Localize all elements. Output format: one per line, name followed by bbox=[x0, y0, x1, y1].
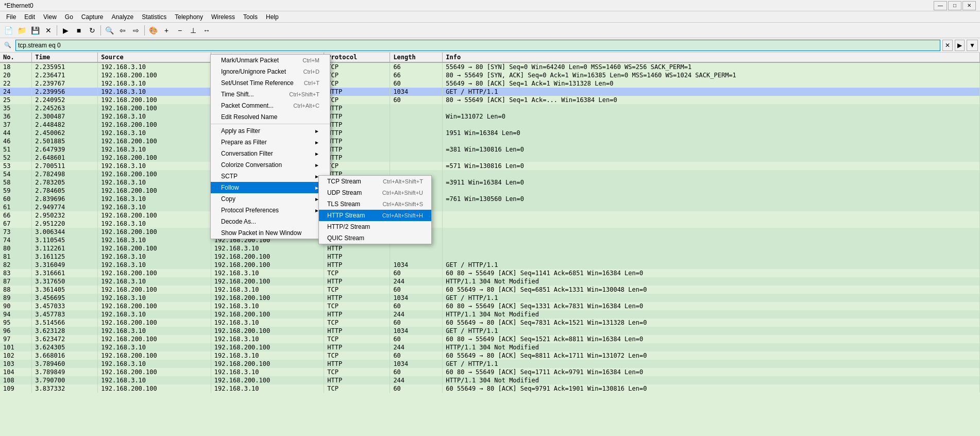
ctx-ignore[interactable]: Ignore/Unignore Packet Ctrl+D bbox=[211, 66, 330, 77]
menu-go[interactable]: Go bbox=[61, 12, 77, 22]
table-row[interactable]: 602.839696192.168.3.10192.168.200.100HTT… bbox=[0, 195, 980, 203]
ctx-show-packet[interactable]: Show Packet in New Window bbox=[211, 227, 330, 239]
search-button[interactable]: 🔍 bbox=[103, 24, 115, 37]
table-row[interactable]: 522.648601192.168.200.100192.168.3.10HTT… bbox=[0, 154, 980, 162]
save-button[interactable]: 💾 bbox=[29, 24, 41, 37]
table-row[interactable]: 733.006344192.168.200.100192.168.3.10HTT… bbox=[0, 228, 980, 236]
table-row[interactable]: 242.239956192.168.3.10192.168.200.100HTT… bbox=[0, 88, 980, 96]
minimize-button[interactable]: — bbox=[934, 1, 947, 10]
table-row[interactable]: 592.784605192.168.200.100192.168.3.10HTT… bbox=[0, 187, 980, 195]
ctx-sctp[interactable]: SCTP ► bbox=[211, 171, 330, 182]
table-row[interactable]: 1083.790700192.168.3.10192.168.200.100HT… bbox=[0, 376, 980, 384]
table-row[interactable]: 672.951220192.168.3.10192.168.200.100TCP bbox=[0, 220, 980, 228]
table-row[interactable]: 532.700511192.168.3.10192.168.200.100TCP… bbox=[0, 162, 980, 170]
table-row[interactable]: 953.514566192.168.200.100192.168.3.10TCP… bbox=[0, 318, 980, 327]
open-button[interactable]: 📁 bbox=[15, 24, 28, 37]
table-row[interactable]: 893.456695192.168.3.10192.168.200.100HTT… bbox=[0, 294, 980, 302]
menu-wireless[interactable]: Wireless bbox=[207, 12, 239, 22]
new-capture-button[interactable]: 📄 bbox=[2, 24, 14, 37]
col-no[interactable]: No. bbox=[0, 53, 32, 62]
sub-tcp-stream[interactable]: TCP Stream Ctrl+Alt+Shift+T bbox=[319, 176, 431, 187]
ctx-packet-comment[interactable]: Packet Comment... Ctrl+Alt+C bbox=[211, 100, 330, 111]
table-row[interactable]: 833.316661192.168.200.100192.168.3.10TCP… bbox=[0, 269, 980, 277]
table-row[interactable]: 1033.789460192.168.3.10192.168.200.100HT… bbox=[0, 360, 980, 368]
ctx-follow[interactable]: Follow ► bbox=[211, 182, 330, 193]
filter-bookmark-button[interactable]: ▼ bbox=[967, 40, 978, 51]
menu-telephony[interactable]: Telephony bbox=[171, 12, 207, 22]
table-row[interactable]: 903.457033192.168.200.100192.168.3.10TCP… bbox=[0, 302, 980, 310]
col-time[interactable]: Time bbox=[32, 53, 98, 62]
filter-clear-button[interactable]: ✕ bbox=[942, 40, 953, 51]
sub-quic-stream[interactable]: QUIC Stream bbox=[319, 232, 431, 244]
sub-udp-stream[interactable]: UDP Stream Ctrl+Alt+Shift+U bbox=[319, 187, 431, 198]
ctx-mark-unmark[interactable]: Mark/Unmark Packet Ctrl+M bbox=[211, 55, 330, 66]
table-row[interactable]: 662.950232192.168.200.100192.168.3.10TCP bbox=[0, 211, 980, 220]
sub-http-stream[interactable]: HTTP Stream Ctrl+Alt+Shift+H bbox=[319, 210, 431, 221]
ctx-prepare-filter[interactable]: Prepare as Filter ► bbox=[211, 137, 330, 148]
table-row[interactable]: 1043.789849192.168.200.100192.168.3.10TC… bbox=[0, 368, 980, 376]
table-row[interactable]: 973.623472192.168.200.100192.168.3.10TCP… bbox=[0, 335, 980, 343]
menu-view[interactable]: View bbox=[39, 12, 61, 22]
menu-edit[interactable]: Edit bbox=[20, 12, 39, 22]
table-row[interactable]: 813.161125192.168.3.10192.168.200.100HTT… bbox=[0, 253, 980, 261]
ctx-copy[interactable]: Copy ► bbox=[211, 193, 330, 205]
close-button2[interactable]: ✕ bbox=[42, 24, 55, 37]
ctx-decode-as[interactable]: Decode As... bbox=[211, 216, 330, 227]
ctx-protocol-prefs[interactable]: Protocol Preferences ► bbox=[211, 205, 330, 216]
menu-statistics[interactable]: Statistics bbox=[138, 12, 171, 22]
col-info[interactable]: Info bbox=[443, 53, 980, 62]
table-row[interactable]: 372.448482192.168.200.100192.168.3.10HTT… bbox=[0, 121, 980, 129]
restart-button[interactable]: ↻ bbox=[86, 24, 98, 37]
stop-capture-button[interactable]: ■ bbox=[73, 24, 85, 37]
table-row[interactable]: 182.235951192.168.3.10192.168.200.100TCP… bbox=[0, 62, 980, 71]
table-row[interactable]: 582.783205192.168.3.10192.168.200.100HTT… bbox=[0, 178, 980, 187]
table-row[interactable]: 612.949774192.168.3.10192.168.200.100HTT… bbox=[0, 203, 980, 211]
col-source[interactable]: Source bbox=[98, 53, 211, 62]
menu-capture[interactable]: Capture bbox=[77, 12, 108, 22]
sub-tls-stream[interactable]: TLS Stream Ctrl+Alt+Shift+S bbox=[319, 198, 431, 210]
table-row[interactable]: 462.501885192.168.200.100192.168.3.10HTT… bbox=[0, 137, 980, 145]
start-capture-button[interactable]: ▶ bbox=[59, 24, 72, 37]
filter-apply-button[interactable]: ▶ bbox=[955, 40, 965, 51]
table-row[interactable]: 1023.668016192.168.200.100192.168.3.10TC… bbox=[0, 351, 980, 360]
ctx-colorize[interactable]: Colorize Conversation ► bbox=[211, 159, 330, 171]
ctx-conversation-filter[interactable]: Conversation Filter ► bbox=[211, 148, 330, 159]
col-length[interactable]: Length bbox=[390, 53, 443, 62]
table-row[interactable]: 512.647939192.168.3.10192.168.200.100HTT… bbox=[0, 145, 980, 154]
menu-help[interactable]: Help bbox=[262, 12, 283, 22]
table-row[interactable]: 943.457783192.168.3.10192.168.200.100HTT… bbox=[0, 310, 980, 318]
table-row[interactable]: 442.450062192.168.3.10192.168.200.100HTT… bbox=[0, 129, 980, 137]
zoom-in-button[interactable]: + bbox=[160, 24, 173, 37]
menu-analyze[interactable]: Analyze bbox=[108, 12, 138, 22]
colorize-button[interactable]: 🎨 bbox=[147, 24, 159, 37]
table-row[interactable]: 222.239767192.168.3.10192.168.200.100TCP… bbox=[0, 79, 980, 88]
menu-file[interactable]: File bbox=[2, 12, 20, 22]
zoom-out-button[interactable]: − bbox=[174, 24, 186, 37]
table-row[interactable]: 803.112261192.168.200.100192.168.3.10HTT… bbox=[0, 244, 980, 253]
filter-input[interactable]: tcp.stream eq 0 bbox=[15, 40, 940, 51]
table-row[interactable]: 362.300487192.168.3.10192.168.200.100HTT… bbox=[0, 112, 980, 121]
maximize-button[interactable]: □ bbox=[948, 1, 961, 10]
table-row[interactable]: 873.317650192.168.3.10192.168.200.100HTT… bbox=[0, 277, 980, 286]
ctx-apply-filter[interactable]: Apply as Filter ► bbox=[211, 125, 330, 137]
table-row[interactable]: 743.110545192.168.3.10192.168.200.100HTT… bbox=[0, 236, 980, 244]
ctx-edit-resolved[interactable]: Edit Resolved Name bbox=[211, 111, 330, 123]
table-row[interactable]: 1013.624305192.168.3.10192.168.200.100HT… bbox=[0, 343, 980, 351]
prev-button[interactable]: ⇦ bbox=[116, 24, 129, 37]
col-protocol[interactable]: Protocol bbox=[324, 53, 390, 62]
table-row[interactable]: 963.623128192.168.3.10192.168.200.100HTT… bbox=[0, 327, 980, 335]
table-row[interactable]: 542.782498192.168.200.100192.168.3.10HTT… bbox=[0, 170, 980, 178]
resize-button[interactable]: ↔ bbox=[200, 24, 213, 37]
table-row[interactable]: 823.316049192.168.3.10192.168.200.100HTT… bbox=[0, 261, 980, 269]
table-row[interactable]: 352.245263192.168.200.100192.168.3.10HTT… bbox=[0, 104, 980, 112]
ctx-time-shift[interactable]: Time Shift... Ctrl+Shift+T bbox=[211, 89, 330, 100]
close-button[interactable]: ✕ bbox=[962, 1, 976, 10]
table-row[interactable]: 1093.837332192.168.200.100192.168.3.10TC… bbox=[0, 384, 980, 393]
menu-tools[interactable]: Tools bbox=[239, 12, 262, 22]
table-row[interactable]: 252.240952192.168.200.100192.168.3.10TCP… bbox=[0, 96, 980, 104]
sub-http2-stream[interactable]: HTTP/2 Stream bbox=[319, 221, 431, 232]
table-row[interactable]: 202.236471192.168.200.100192.168.3.10TCP… bbox=[0, 71, 980, 79]
table-row[interactable]: 883.361405192.168.200.100192.168.3.10TCP… bbox=[0, 286, 980, 294]
ctx-time-ref[interactable]: Set/Unset Time Reference Ctrl+T bbox=[211, 77, 330, 89]
next-button[interactable]: ⇨ bbox=[130, 24, 142, 37]
